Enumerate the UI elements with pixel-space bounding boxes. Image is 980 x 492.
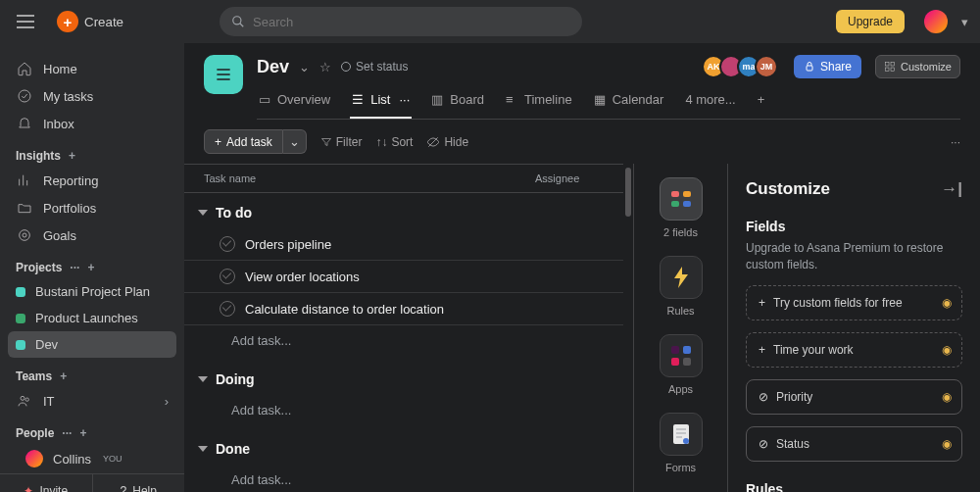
tab-board[interactable]: ▥Board xyxy=(429,86,486,119)
star-icon[interactable]: ☆ xyxy=(319,60,331,74)
ellipsis-icon[interactable]: ∙∙∙ xyxy=(399,92,410,107)
ellipsis-icon[interactable]: ∙∙∙ xyxy=(70,261,79,274)
customize-button[interactable]: Customize xyxy=(875,55,960,78)
board-icon: ▥ xyxy=(431,93,445,107)
hide-button[interactable]: Hide xyxy=(426,135,468,149)
sidebar-section-insights[interactable]: Insights + xyxy=(0,137,184,167)
sidebar-label: Inbox xyxy=(43,117,74,131)
project-color-dot xyxy=(16,314,25,323)
sidebar-project-2[interactable]: Dev xyxy=(8,331,176,358)
search-input-wrapper[interactable] xyxy=(220,7,582,36)
tab-overview[interactable]: ▭Overview xyxy=(257,86,332,119)
rail-forms[interactable]: Forms xyxy=(660,413,703,473)
complete-checkbox[interactable] xyxy=(220,236,235,252)
svg-rect-8 xyxy=(886,63,890,67)
share-button[interactable]: Share xyxy=(794,55,861,78)
add-task-button[interactable]: +Add task xyxy=(204,129,283,154)
ellipsis-icon[interactable]: ∙∙∙ xyxy=(62,426,72,440)
tab-timeline[interactable]: ≡Timeline xyxy=(504,86,574,119)
plus-icon[interactable]: + xyxy=(87,261,94,274)
task-row[interactable]: Orders pipeline xyxy=(184,228,623,261)
rail-fields[interactable]: 2 fields xyxy=(660,177,703,238)
more-actions-button[interactable]: ∙∙∙ xyxy=(951,135,960,149)
you-tag: YOU xyxy=(103,454,122,464)
plus-icon[interactable]: + xyxy=(79,426,86,440)
add-task-inline[interactable]: Add task... xyxy=(184,325,623,356)
sidebar-item-portfolios[interactable]: Portfolios xyxy=(0,194,184,221)
calendar-icon: ▦ xyxy=(594,93,608,107)
rail-rules[interactable]: Rules xyxy=(660,256,703,317)
svg-point-0 xyxy=(233,17,241,25)
section-header-done[interactable]: Done xyxy=(184,433,623,465)
task-row[interactable]: View order locations xyxy=(184,261,623,293)
tab-list[interactable]: ☰List∙∙∙ xyxy=(350,86,412,119)
customize-panel: Customize →| Fields Upgrade to Asana Pre… xyxy=(727,164,980,492)
complete-checkbox[interactable] xyxy=(220,269,235,284)
sidebar-person-0[interactable]: Collins YOU xyxy=(0,444,184,473)
sidebar-item-home[interactable]: Home xyxy=(0,55,184,82)
sidebar-team-0[interactable]: IT › xyxy=(0,387,184,415)
time-your-work-card[interactable]: + Time your work ◉ xyxy=(746,332,962,368)
member-avatars[interactable]: AK ma JM xyxy=(708,55,778,78)
svg-rect-19 xyxy=(671,358,679,366)
create-label: Create xyxy=(84,15,123,29)
column-header-taskname[interactable]: Task name xyxy=(204,172,535,184)
search-input[interactable] xyxy=(253,15,570,29)
help-button[interactable]: ? Help xyxy=(93,474,185,492)
column-header-assignee[interactable]: Assignee xyxy=(535,172,604,184)
project-title[interactable]: Dev xyxy=(257,57,289,77)
sidebar-label: Portfolios xyxy=(43,201,96,216)
sidebar-section-teams[interactable]: Teams + xyxy=(0,358,184,387)
svg-point-3 xyxy=(20,230,30,241)
chevron-down-icon[interactable]: ▾ xyxy=(961,15,968,29)
plus-icon[interactable]: + xyxy=(60,369,67,383)
set-status-button[interactable]: Set status xyxy=(341,60,408,74)
section-header-todo[interactable]: To do xyxy=(184,197,623,228)
section-header-doing[interactable]: Doing xyxy=(184,364,623,395)
add-task-dropdown[interactable]: ⌄ xyxy=(283,129,307,154)
invite-button[interactable]: ✦ Invite xyxy=(0,474,93,492)
plus-icon: + xyxy=(758,92,765,107)
sidebar-item-goals[interactable]: Goals xyxy=(0,221,184,249)
tab-calendar[interactable]: ▦Calendar xyxy=(592,86,666,119)
fields-hint: Upgrade to Asana Premium to restore cust… xyxy=(746,240,962,273)
svg-rect-16 xyxy=(683,201,691,207)
sidebar-project-1[interactable]: Product Launches xyxy=(0,305,184,331)
chevron-down-icon[interactable]: ⌄ xyxy=(299,60,310,74)
rail-apps[interactable]: Apps xyxy=(660,334,703,395)
create-button[interactable]: + Create xyxy=(49,7,131,36)
add-task-inline[interactable]: Add task... xyxy=(184,395,623,425)
plus-icon: + xyxy=(759,296,765,310)
upgrade-button[interactable]: Upgrade xyxy=(836,10,905,33)
sidebar-item-reporting[interactable]: Reporting xyxy=(0,167,184,194)
avatar: JM xyxy=(755,55,778,78)
add-task-inline[interactable]: Add task... xyxy=(184,465,623,492)
premium-badge-icon: ◉ xyxy=(942,296,952,310)
sidebar-item-inbox[interactable]: Inbox xyxy=(0,110,184,137)
tab-more[interactable]: 4 more... xyxy=(683,86,737,119)
complete-checkbox[interactable] xyxy=(220,301,235,317)
fields-section-title: Fields xyxy=(746,219,962,234)
task-name: Orders pipeline xyxy=(245,237,331,252)
avatar xyxy=(25,450,43,467)
priority-field-card[interactable]: ⊘ Priority ◉ xyxy=(746,379,962,415)
user-avatar[interactable] xyxy=(924,10,948,33)
filter-button[interactable]: Filter xyxy=(320,135,363,149)
filter-icon xyxy=(320,136,332,148)
sort-button[interactable]: ↑↓Sort xyxy=(375,135,413,149)
sidebar-label: My tasks xyxy=(43,89,93,104)
sidebar-item-mytasks[interactable]: My tasks xyxy=(0,82,184,110)
add-tab-button[interactable]: + xyxy=(756,86,767,119)
task-row[interactable]: Calculate distance to order location xyxy=(184,293,623,325)
caret-down-icon xyxy=(198,376,208,382)
hamburger-menu-icon[interactable] xyxy=(12,8,39,35)
try-custom-fields-card[interactable]: + Try custom fields for free ◉ xyxy=(746,285,962,320)
status-field-card[interactable]: ⊘ Status ◉ xyxy=(746,426,962,462)
collapse-panel-icon[interactable]: →| xyxy=(941,179,962,199)
sidebar-section-people[interactable]: People ∙∙∙ + xyxy=(0,415,184,444)
scrollbar[interactable] xyxy=(623,164,633,492)
plus-icon[interactable]: + xyxy=(69,149,75,163)
svg-rect-17 xyxy=(671,346,679,354)
sidebar-project-0[interactable]: Bustani Project Plan xyxy=(0,278,184,305)
sidebar-section-projects[interactable]: Projects ∙∙∙ + xyxy=(0,249,184,278)
